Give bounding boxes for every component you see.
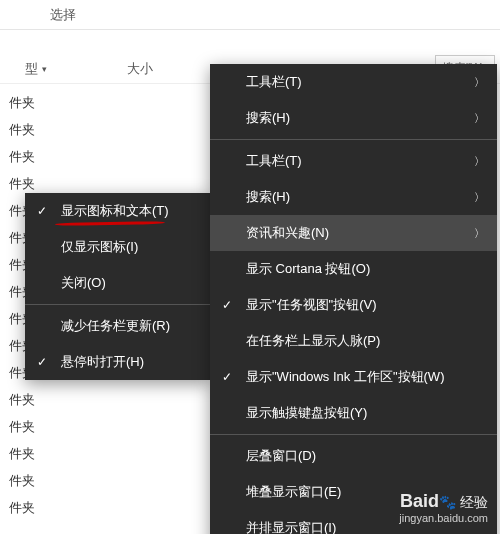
menu-item-show-icon-only[interactable]: 仅显示图标(I) <box>25 229 210 265</box>
menu-item-windows-ink[interactable]: ✓ 显示"Windows Ink 工作区"按钮(W) <box>210 359 497 395</box>
check-icon: ✓ <box>222 370 232 384</box>
watermark-url: jingyan.baidu.com <box>399 512 488 524</box>
watermark-brand: Baid <box>400 491 439 511</box>
chevron-right-icon: 〉 <box>474 75 485 90</box>
menu-item-toolbars[interactable]: 工具栏(T) 〉 <box>210 64 497 100</box>
menu-item-label: 搜索(H) <box>246 188 290 206</box>
check-icon: ✓ <box>37 204 47 218</box>
menu-item-label: 悬停时打开(H) <box>61 353 144 371</box>
menu-separator <box>210 139 497 140</box>
menu-item-task-view[interactable]: ✓ 显示"任务视图"按钮(V) <box>210 287 497 323</box>
select-button[interactable]: 选择 <box>50 6 76 24</box>
menu-item-label: 显示"Windows Ink 工作区"按钮(W) <box>246 368 444 386</box>
menu-item-label: 资讯和兴趣(N) <box>246 224 329 242</box>
menu-item-cortana[interactable]: 显示 Cortana 按钮(O) <box>210 251 497 287</box>
menu-separator <box>210 434 497 435</box>
menu-item-search-2[interactable]: 搜索(H) 〉 <box>210 179 497 215</box>
menu-item-label: 关闭(O) <box>61 274 106 292</box>
menu-item-label: 显示触摸键盘按钮(Y) <box>246 404 367 422</box>
toolbar-row: 选择 <box>0 0 500 30</box>
column-type-label: 型 <box>25 60 38 78</box>
column-type[interactable]: 型 ▾ <box>5 60 67 78</box>
menu-item-touch-keyboard[interactable]: 显示触摸键盘按钮(Y) <box>210 395 497 431</box>
menu-item-label: 减少任务栏更新(R) <box>61 317 170 335</box>
menu-item-label: 层叠窗口(D) <box>246 447 316 465</box>
menu-item-label: 工具栏(T) <box>246 73 302 91</box>
check-icon: ✓ <box>222 298 232 312</box>
menu-item-cascade[interactable]: 层叠窗口(D) <box>210 438 497 474</box>
menu-item-label: 堆叠显示窗口(E) <box>246 483 341 501</box>
paw-icon: 🐾 <box>439 494 456 510</box>
menu-item-people[interactable]: 在任务栏上显示人脉(P) <box>210 323 497 359</box>
chevron-down-icon: ▾ <box>42 64 47 74</box>
watermark: Baid🐾经验 jingyan.baidu.com <box>399 491 488 524</box>
watermark-sub: 经验 <box>460 494 488 512</box>
menu-item-reduce-updates[interactable]: 减少任务栏更新(R) <box>25 308 210 344</box>
chevron-right-icon: 〉 <box>474 111 485 126</box>
column-size[interactable]: 大小 <box>107 60 173 78</box>
check-icon: ✓ <box>37 355 47 369</box>
chevron-right-icon: 〉 <box>474 226 485 241</box>
menu-item-close[interactable]: 关闭(O) <box>25 265 210 301</box>
menu-item-label: 仅显示图标(I) <box>61 238 138 256</box>
taskbar-context-menu: 工具栏(T) 〉 搜索(H) 〉 工具栏(T) 〉 搜索(H) 〉 资讯和兴趣(… <box>210 64 497 534</box>
chevron-right-icon: 〉 <box>474 190 485 205</box>
menu-item-label: 显示图标和文本(T) <box>61 202 169 220</box>
menu-item-label: 在任务栏上显示人脉(P) <box>246 332 380 350</box>
menu-item-toolbars-2[interactable]: 工具栏(T) 〉 <box>210 143 497 179</box>
menu-separator <box>25 304 210 305</box>
menu-item-open-on-hover[interactable]: ✓ 悬停时打开(H) <box>25 344 210 380</box>
menu-item-search[interactable]: 搜索(H) 〉 <box>210 100 497 136</box>
menu-item-news-interests[interactable]: 资讯和兴趣(N) 〉 <box>210 215 497 251</box>
chevron-right-icon: 〉 <box>474 154 485 169</box>
menu-item-label: 并排显示窗口(I) <box>246 519 336 534</box>
menu-item-label: 工具栏(T) <box>246 152 302 170</box>
column-size-label: 大小 <box>127 60 153 78</box>
menu-item-label: 显示 Cortana 按钮(O) <box>246 260 370 278</box>
menu-item-label: 搜索(H) <box>246 109 290 127</box>
menu-item-label: 显示"任务视图"按钮(V) <box>246 296 377 314</box>
